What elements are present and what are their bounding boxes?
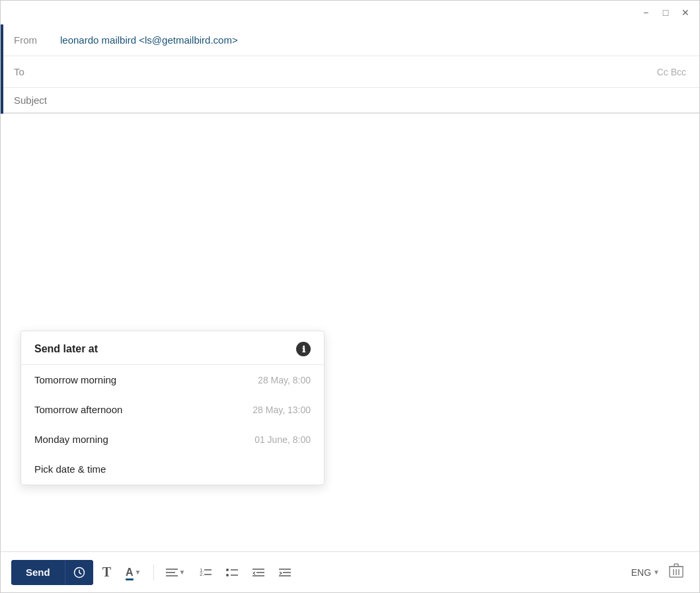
tomorrow-afternoon-option[interactable]: Tomorrow afternoon 28 May, 13:00 (21, 395, 324, 424)
send-later-button[interactable] (65, 560, 93, 585)
toolbar-right: ENG ▼ (631, 567, 660, 578)
tomorrow-afternoon-time: 28 May, 13:00 (253, 405, 311, 415)
text-color-icon: A (126, 567, 134, 578)
unordered-list-icon (226, 567, 238, 578)
indent-button[interactable] (274, 563, 296, 582)
align-dropdown-arrow: ▼ (179, 569, 186, 576)
text-color-dropdown-arrow: ▼ (135, 569, 141, 576)
to-row: To Cc Bcc (1, 56, 699, 88)
minimize-button[interactable]: − (639, 5, 653, 20)
lang-dropdown-arrow: ▼ (653, 569, 660, 576)
from-value: leonardo mailbird <ls@getmailbird.com> (60, 34, 686, 46)
compose-header: From leonardo mailbird <ls@getmailbird.c… (1, 24, 699, 114)
window-controls: − □ ✕ (639, 5, 693, 20)
popup-header: Send later at ℹ (21, 331, 324, 365)
monday-morning-option[interactable]: Monday morning 01 June, 8:00 (21, 424, 324, 454)
svg-text:2.: 2. (200, 571, 204, 577)
svg-point-8 (226, 569, 229, 571)
compose-window: − □ ✕ From leonardo mailbird <ls@getmail… (0, 0, 700, 593)
compose-toolbar: Send T A ▼ (1, 551, 699, 592)
cc-bcc-button[interactable]: Cc Bcc (657, 67, 686, 77)
trash-button[interactable] (664, 559, 689, 586)
to-input[interactable] (60, 66, 657, 77)
text-color-button[interactable]: A ▼ (120, 563, 146, 582)
tomorrow-morning-label: Tomorrow morning (34, 374, 116, 385)
indent-icon (279, 567, 291, 578)
pick-date-time-option[interactable]: Pick date & time (21, 454, 324, 485)
from-row: From leonardo mailbird <ls@getmailbird.c… (1, 24, 699, 56)
font-button[interactable]: T (97, 561, 116, 584)
language-button[interactable]: ENG ▼ (631, 567, 660, 578)
from-label: From (14, 34, 60, 46)
tomorrow-afternoon-label: Tomorrow afternoon (34, 404, 122, 415)
info-icon[interactable]: ℹ (296, 342, 311, 356)
send-button-group: Send (11, 560, 93, 585)
svg-point-10 (226, 574, 229, 576)
outdent-icon (253, 567, 264, 578)
clock-icon (73, 567, 85, 578)
outdent-button[interactable] (247, 563, 270, 582)
lang-label: ENG (631, 567, 651, 578)
unordered-list-button[interactable] (221, 563, 243, 582)
pick-date-time-label: Pick date & time (34, 463, 106, 475)
monday-morning-label: Monday morning (34, 434, 108, 445)
tomorrow-morning-option[interactable]: Tomorrow morning 28 May, 8:00 (21, 365, 324, 395)
subject-row (1, 88, 699, 113)
ordered-list-button[interactable]: 1. 2. (194, 563, 217, 582)
popup-title: Send later at (34, 343, 98, 355)
compose-body: Send later at ℹ Tomorrow morning 28 May,… (1, 114, 699, 551)
trash-icon (669, 563, 683, 578)
font-icon: T (102, 565, 111, 580)
monday-morning-time: 01 June, 8:00 (254, 434, 311, 445)
toolbar-separator-1 (153, 565, 154, 580)
align-icon (166, 568, 178, 577)
subject-input[interactable] (14, 95, 686, 106)
title-bar: − □ ✕ (1, 1, 699, 24)
ordered-list-icon: 1. 2. (200, 567, 212, 578)
align-button[interactable]: ▼ (161, 564, 191, 581)
close-button[interactable]: ✕ (678, 5, 693, 20)
send-later-popup: Send later at ℹ Tomorrow morning 28 May,… (20, 331, 325, 485)
tomorrow-morning-time: 28 May, 8:00 (258, 375, 311, 385)
maximize-button[interactable]: □ (658, 5, 673, 20)
to-label: To (14, 66, 60, 77)
send-button[interactable]: Send (11, 560, 65, 584)
